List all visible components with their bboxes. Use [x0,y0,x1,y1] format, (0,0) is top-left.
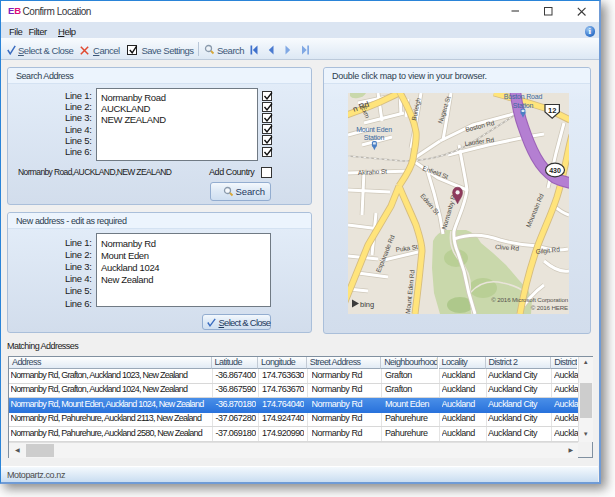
svg-text:Station: Station [364,134,385,141]
svg-text:Station: Station [513,102,534,109]
svg-text:Mount Eden: Mount Eden [356,126,392,133]
svg-text:12: 12 [548,106,556,115]
svg-text:© 2016 HERE: © 2016 HERE [531,304,568,311]
svg-text:430: 430 [549,167,561,174]
svg-text:Boston Road: Boston Road [504,93,543,100]
svg-text:© 2016 Microsoft Corporation: © 2016 Microsoft Corporation [491,296,568,303]
svg-text:bing: bing [360,300,374,309]
